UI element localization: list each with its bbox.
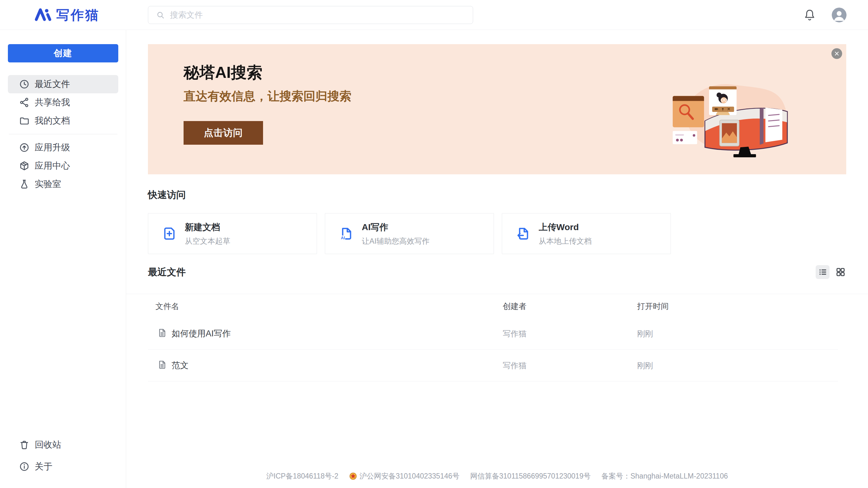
search-box[interactable] bbox=[148, 6, 473, 24]
new-document-card[interactable]: 新建文档 从空文本起草 bbox=[148, 213, 317, 254]
list-view-icon bbox=[817, 267, 828, 277]
quick-access-title: 快速访问 bbox=[148, 189, 186, 201]
recent-files-header: 最近文件 bbox=[148, 265, 846, 279]
card-text: 新建文档 从空文本起草 bbox=[185, 221, 230, 246]
file-name: 范文 bbox=[172, 360, 189, 371]
card-text: AI写作 让AI辅助您高效写作 bbox=[362, 221, 430, 246]
sidebar-item-app-upgrade[interactable]: 应用升级 bbox=[8, 138, 118, 157]
ai-writing-card[interactable]: AI AI写作 让AI辅助您高效写作 bbox=[325, 213, 494, 254]
sidebar-item-label: 我的文档 bbox=[35, 115, 70, 127]
column-header-opened: 打开时间 bbox=[637, 301, 669, 311]
card-title: 新建文档 bbox=[185, 221, 230, 233]
upload-word-icon bbox=[516, 226, 530, 241]
info-icon bbox=[19, 461, 30, 472]
sidebar-item-label: 应用升级 bbox=[35, 141, 70, 154]
file-name: 如何使用AI写作 bbox=[172, 328, 231, 339]
svg-text:AI: AI bbox=[341, 236, 345, 240]
promo-banner: 秘塔AI搜索 直达有效信息，让搜索回归搜索 点击访问 bbox=[148, 44, 846, 174]
search-input[interactable] bbox=[170, 6, 473, 24]
upgrade-icon bbox=[19, 142, 30, 153]
police-badge-icon bbox=[349, 472, 357, 480]
clock-icon bbox=[19, 79, 30, 90]
flask-icon bbox=[19, 179, 30, 190]
bell-icon bbox=[804, 8, 816, 22]
card-subtitle: 让AI辅助您高效写作 bbox=[362, 236, 430, 246]
user-icon bbox=[832, 7, 846, 22]
banner-visit-button[interactable]: 点击访问 bbox=[184, 121, 263, 145]
upload-word-card[interactable]: 上传Word 从本地上传文档 bbox=[502, 213, 671, 254]
file-opened-time: 刚刚 bbox=[637, 328, 653, 339]
table-row[interactable]: 范文 写作猫 刚刚 bbox=[126, 350, 868, 381]
banner-subtitle: 直达有效信息，让搜索回归搜索 bbox=[184, 88, 351, 104]
banner-close-button[interactable] bbox=[831, 48, 842, 59]
icp-filing[interactable]: 沪ICP备18046118号-2 bbox=[266, 471, 338, 481]
logo-text: 写作猫 bbox=[56, 6, 100, 24]
spacer bbox=[0, 454, 126, 457]
topbar: 写作猫 bbox=[0, 0, 868, 30]
logo-mark-icon bbox=[34, 7, 52, 23]
record-number: 备案号：Shanghai-MetaLLM-20231106 bbox=[601, 471, 728, 481]
sidebar-item-label: 最近文件 bbox=[35, 78, 70, 90]
sidebar-item-label: 实验室 bbox=[35, 178, 61, 190]
account-avatar[interactable] bbox=[832, 7, 846, 22]
grid-view-icon bbox=[835, 267, 846, 278]
card-title: 上传Word bbox=[539, 221, 592, 233]
document-icon bbox=[157, 328, 167, 339]
quick-access-cards: 新建文档 从空文本起草 AI AI写作 让AI辅助您高效写作 bbox=[148, 213, 671, 254]
sidebar-item-my-documents[interactable]: 我的文档 bbox=[8, 111, 118, 130]
banner-title: 秘塔AI搜索 bbox=[184, 62, 262, 83]
trash-icon bbox=[19, 440, 30, 450]
sidebar-item-recent-files[interactable]: 最近文件 bbox=[8, 75, 118, 93]
banner-illustration bbox=[666, 68, 794, 158]
app-logo[interactable]: 写作猫 bbox=[34, 0, 100, 30]
sidebar-item-recycle-bin[interactable]: 回收站 bbox=[8, 436, 118, 454]
main-content: 秘塔AI搜索 直达有效信息，让搜索回归搜索 点击访问 bbox=[126, 30, 868, 488]
sidebar-item-lab[interactable]: 实验室 bbox=[8, 175, 118, 193]
sidebar-item-label: 共享给我 bbox=[35, 96, 70, 108]
create-button[interactable]: 创建 bbox=[8, 44, 118, 62]
police-filing[interactable]: 沪公网安备31010402335146号 bbox=[349, 471, 460, 481]
recent-files-table: 文件名 创建者 打开时间 如何使用AI写作 写作猫 刚刚 bbox=[126, 294, 868, 382]
card-title: AI写作 bbox=[362, 221, 430, 233]
table-header-row: 文件名 创建者 打开时间 bbox=[126, 294, 868, 318]
folder-icon bbox=[19, 116, 30, 126]
column-header-creator: 创建者 bbox=[503, 301, 526, 311]
card-subtitle: 从空文本起草 bbox=[185, 236, 230, 246]
file-creator: 写作猫 bbox=[503, 328, 526, 339]
sidebar: 创建 最近文件 共享给我 我的文档 bbox=[0, 30, 126, 488]
share-icon bbox=[19, 97, 30, 108]
card-subtitle: 从本地上传文档 bbox=[539, 236, 592, 246]
algorithm-filing: 网信算备310115866995701230019号 bbox=[470, 471, 591, 481]
file-creator: 写作猫 bbox=[503, 360, 526, 371]
table-row[interactable]: 如何使用AI写作 写作猫 刚刚 bbox=[126, 318, 868, 349]
footer: 沪ICP备18046118号-2 沪公网安备31010402335146号 网信… bbox=[126, 471, 868, 481]
sidebar-item-label: 关于 bbox=[35, 461, 52, 473]
close-icon bbox=[834, 51, 840, 57]
sidebar-item-shared-with-me[interactable]: 共享给我 bbox=[8, 93, 118, 111]
recent-files-title: 最近文件 bbox=[148, 266, 186, 279]
notifications-button[interactable] bbox=[804, 8, 816, 22]
sidebar-item-app-center[interactable]: 应用中心 bbox=[8, 157, 118, 175]
sidebar-item-about[interactable]: 关于 bbox=[8, 457, 118, 476]
ai-write-icon: AI bbox=[339, 226, 353, 241]
new-doc-icon bbox=[162, 226, 177, 241]
package-icon bbox=[19, 160, 30, 171]
sidebar-divider bbox=[9, 134, 117, 134]
document-icon bbox=[157, 360, 167, 371]
search-icon bbox=[156, 11, 165, 20]
row-divider bbox=[148, 381, 838, 382]
sidebar-item-label: 应用中心 bbox=[35, 160, 70, 172]
sidebar-item-label: 回收站 bbox=[35, 439, 61, 451]
list-view-button[interactable] bbox=[816, 265, 830, 279]
sidebar-nav: 最近文件 共享给我 我的文档 应用升级 bbox=[0, 75, 126, 193]
view-toggles bbox=[816, 265, 846, 279]
file-opened-time: 刚刚 bbox=[637, 360, 653, 371]
grid-view-button[interactable] bbox=[835, 266, 846, 278]
card-text: 上传Word 从本地上传文档 bbox=[539, 221, 592, 246]
column-header-filename: 文件名 bbox=[155, 301, 179, 311]
sidebar-bottom-nav: 回收站 关于 bbox=[0, 436, 126, 476]
police-filing-text: 沪公网安备31010402335146号 bbox=[360, 471, 460, 481]
